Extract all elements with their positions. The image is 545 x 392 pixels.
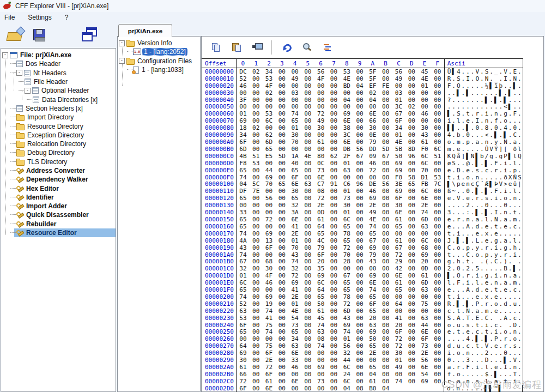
- hex-byte[interactable]: 6C: [340, 378, 353, 385]
- hex-byte[interactable]: 00: [328, 223, 341, 230]
- hex-byte[interactable]: 63: [418, 315, 431, 322]
- hex-byte[interactable]: 04: [379, 385, 392, 392]
- hex-byte[interactable]: 65: [366, 342, 379, 349]
- hex-byte[interactable]: 00: [263, 209, 276, 216]
- hex-byte[interactable]: 6F: [237, 322, 250, 329]
- hex-byte[interactable]: 00: [328, 237, 341, 244]
- sidebar-item-tls-directory[interactable]: TLS Directory: [1, 158, 116, 166]
- hex-byte[interactable]: 00: [250, 328, 263, 335]
- hex-row[interactable]: 000000E065004400650073006300720069007000…: [202, 167, 523, 174]
- hex-byte[interactable]: 29: [392, 258, 405, 265]
- hex-byte[interactable]: 74: [340, 328, 353, 335]
- hex-byte[interactable]: 5C: [250, 180, 263, 188]
- hex-byte[interactable]: 54: [418, 371, 431, 378]
- hex-byte[interactable]: 00: [431, 364, 444, 371]
- hex-byte[interactable]: 04: [340, 97, 353, 104]
- hex-byte[interactable]: 00: [366, 265, 379, 272]
- hex-byte[interactable]: 18: [237, 124, 250, 131]
- hex-byte[interactable]: 72: [340, 300, 353, 307]
- hex-byte[interactable]: 00: [250, 75, 263, 82]
- hex-byte[interactable]: 00: [250, 371, 263, 378]
- hex-byte[interactable]: 00: [328, 364, 341, 371]
- hex-byte[interactable]: 00: [288, 97, 301, 104]
- hex-byte[interactable]: 00: [379, 75, 392, 82]
- hex-byte[interactable]: 00: [328, 82, 341, 89]
- hex-byte[interactable]: 00: [379, 167, 392, 174]
- hex-byte[interactable]: 74: [263, 328, 276, 335]
- hex-byte[interactable]: 00: [379, 378, 392, 385]
- hex-byte[interactable]: 00: [275, 174, 288, 181]
- hex-byte[interactable]: 00: [353, 293, 366, 300]
- hex-byte[interactable]: 4B: [237, 153, 250, 160]
- hex-byte[interactable]: 34: [288, 335, 301, 342]
- hex-byte[interactable]: F0: [418, 146, 431, 153]
- hex-row[interactable]: 00000110DF7E0000300008000100460069006C00…: [202, 188, 523, 195]
- hex-byte[interactable]: 6F: [392, 117, 405, 124]
- hex-byte[interactable]: 00: [353, 322, 366, 329]
- hex-byte[interactable]: DB: [340, 146, 353, 153]
- hex-byte[interactable]: 69: [392, 160, 405, 167]
- hex-byte[interactable]: C6: [340, 180, 353, 188]
- hex-byte[interactable]: 00: [275, 349, 288, 357]
- hex-byte[interactable]: 00: [328, 174, 341, 181]
- hex-byte[interactable]: 6E: [340, 138, 353, 146]
- hex-byte[interactable]: 00: [275, 124, 288, 131]
- hex-byte[interactable]: 42: [392, 265, 405, 272]
- hex-byte[interactable]: C7: [314, 180, 328, 188]
- hex-byte[interactable]: 79: [366, 138, 379, 146]
- hex-byte[interactable]: 00: [392, 230, 405, 237]
- hex-byte[interactable]: 00: [328, 216, 341, 223]
- hex-byte[interactable]: 64: [237, 342, 250, 349]
- hex-byte[interactable]: 00: [405, 223, 418, 230]
- hex-byte[interactable]: 00: [250, 174, 263, 181]
- hex-byte[interactable]: 6C: [314, 279, 328, 286]
- hex-byte[interactable]: 4F: [263, 272, 276, 279]
- hex-byte[interactable]: 00: [379, 244, 392, 251]
- hex-byte[interactable]: 65: [366, 230, 379, 237]
- hex-byte[interactable]: 54: [288, 315, 301, 322]
- collapse-box-icon[interactable]: -: [119, 58, 125, 64]
- hex-row[interactable]: 0000016065000000410064006500740065006300…: [202, 223, 523, 230]
- hex-byte[interactable]: 4F: [263, 82, 276, 89]
- hex-byte[interactable]: 65: [275, 180, 288, 188]
- hex-byte[interactable]: 19: [263, 300, 276, 307]
- hex-byte[interactable]: 00: [328, 315, 341, 322]
- hex-byte[interactable]: 6E: [288, 180, 301, 188]
- hex-byte[interactable]: 43: [418, 131, 431, 138]
- hex-byte[interactable]: 00: [301, 244, 314, 251]
- hex-row[interactable]: 000001804A00130001004C006500670061006C00…: [202, 237, 523, 244]
- hex-byte[interactable]: 62: [328, 153, 341, 160]
- hex-byte[interactable]: 00: [263, 97, 276, 104]
- hex-byte[interactable]: 00: [237, 202, 250, 209]
- hex-byte[interactable]: 00: [328, 89, 341, 97]
- sidebar-item-file-prjxian-exe[interactable]: -File: prjXiAn.exe: [1, 51, 116, 59]
- hex-byte[interactable]: 00: [379, 117, 392, 124]
- hex-byte[interactable]: 00: [379, 138, 392, 146]
- hex-byte[interactable]: 63: [237, 307, 250, 315]
- hex-byte[interactable]: 00: [301, 103, 314, 110]
- hex-byte[interactable]: 00: [340, 103, 353, 110]
- hex-byte[interactable]: 00: [237, 103, 250, 110]
- hex-byte[interactable]: 6C: [431, 146, 444, 153]
- hex-byte[interactable]: 00: [301, 216, 314, 223]
- hex-byte[interactable]: 00: [353, 371, 366, 378]
- hex-byte[interactable]: 6E: [366, 110, 379, 117]
- hex-byte[interactable]: 00: [405, 188, 418, 195]
- hex-byte[interactable]: 00: [405, 97, 418, 104]
- tab-prjxian-exe[interactable]: prjXiAn.exe: [118, 24, 172, 37]
- hex-byte[interactable]: 00: [405, 160, 418, 167]
- hex-byte[interactable]: 00: [314, 89, 328, 97]
- hex-byte[interactable]: 00: [275, 103, 288, 110]
- sidebar-item-hex-editor[interactable]: Hex Editor: [1, 184, 116, 192]
- hex-byte[interactable]: 04: [366, 97, 379, 104]
- hex-byte[interactable]: 00: [328, 195, 341, 202]
- hex-byte[interactable]: 4E: [366, 216, 379, 223]
- open-file-button[interactable]: [4, 23, 26, 46]
- hex-byte[interactable]: E5: [263, 153, 276, 160]
- hex-byte[interactable]: 8D: [405, 146, 418, 153]
- hex-byte[interactable]: 00: [353, 209, 366, 216]
- hex-byte[interactable]: 00: [275, 117, 288, 124]
- hex-byte[interactable]: 00: [353, 230, 366, 237]
- hex-byte[interactable]: 2E: [418, 202, 431, 209]
- hex-byte[interactable]: 00: [418, 307, 431, 315]
